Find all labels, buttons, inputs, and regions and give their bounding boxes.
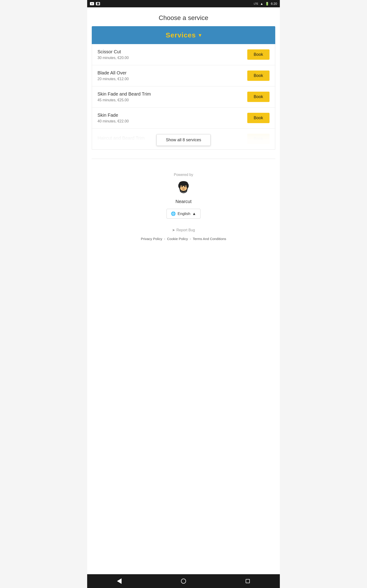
separator-2: -	[190, 237, 191, 241]
service-details: 45 minutes, €25.00	[98, 98, 247, 102]
show-all-button[interactable]: Show all 8 services	[156, 134, 211, 146]
lte-icon: LTE	[254, 2, 258, 5]
service-item-scissor-cut: Scissor Cut 30 minutes, €20.00 Book	[92, 44, 275, 65]
home-button[interactable]	[179, 577, 188, 586]
services-list: Scissor Cut 30 minutes, €20.00 Book Blad…	[92, 44, 275, 149]
signal-icon: ▲	[260, 2, 263, 6]
language-label: English	[177, 212, 190, 216]
language-selector-container[interactable]: 🌐 English ▲	[92, 209, 275, 223]
service-name: Skin Fade	[98, 112, 247, 118]
services-section: Services ▾ Scissor Cut 30 minutes, €20.0…	[92, 26, 275, 149]
footer: Powered by	[87, 168, 280, 252]
show-all-button-container: Show all 8 services	[92, 131, 275, 149]
book-button-skin-fade[interactable]: Book	[247, 113, 269, 123]
privacy-policy-link[interactable]: Privacy Policy	[141, 237, 162, 241]
services-header[interactable]: Services ▾	[92, 26, 275, 44]
battery-icon: 🔋	[265, 2, 269, 6]
footer-powered-by: Powered by	[92, 173, 275, 177]
service-info: Blade All Over 20 minutes, €12.00	[98, 70, 247, 81]
back-icon	[117, 578, 122, 584]
service-info: Skin Fade and Beard Trim 45 minutes, €25…	[98, 91, 247, 102]
book-button-skin-fade-beard-trim[interactable]: Book	[247, 92, 269, 102]
language-selector[interactable]: 🌐 English ▲	[167, 209, 200, 219]
report-bug-label: Report Bug	[176, 228, 195, 232]
cookie-policy-link[interactable]: Cookie Policy	[167, 237, 188, 241]
book-button-scissor-cut[interactable]: Book	[247, 49, 269, 60]
service-name: Blade All Over	[98, 70, 247, 76]
report-bug-button[interactable]: ➤ Report Bug	[92, 228, 275, 232]
service-item-skin-fade: Skin Fade 40 minutes, €22.00 Book	[92, 107, 275, 129]
recent-button[interactable]	[243, 577, 252, 586]
footer-links: Privacy Policy - Cookie Policy - Terms A…	[92, 237, 275, 241]
service-details: 20 minutes, €12.00	[98, 77, 247, 81]
terms-conditions-link[interactable]: Terms And Conditions	[193, 237, 226, 241]
nearcut-logo	[175, 180, 192, 196]
time-display: 6:20	[271, 2, 277, 6]
main-content: Choose a service Services ▾ Scissor Cut …	[87, 7, 280, 588]
notification-icon: A	[90, 2, 94, 5]
service-name: Skin Fade and Beard Trim	[98, 91, 247, 97]
services-header-title: Services	[166, 31, 196, 39]
home-icon	[181, 579, 186, 584]
recent-icon	[246, 579, 250, 583]
globe-icon: 🌐	[171, 211, 176, 216]
service-details: 40 minutes, €22.00	[98, 119, 247, 123]
language-chevron-icon: ▲	[192, 212, 196, 216]
service-details: 30 minutes, €20.00	[98, 56, 247, 60]
svg-point-4	[186, 183, 189, 188]
status-bar-left: A ⬛	[90, 2, 100, 5]
book-button-blade-all-over[interactable]: Book	[247, 70, 269, 81]
service-item-blade-all-over: Blade All Over 20 minutes, €12.00 Book	[92, 65, 275, 86]
service-name: Scissor Cut	[98, 49, 247, 54]
separator-1: -	[164, 237, 165, 241]
chevron-down-icon: ▾	[199, 32, 201, 38]
service-info: Skin Fade 40 minutes, €22.00	[98, 112, 247, 123]
back-button[interactable]	[115, 577, 124, 586]
service-item-skin-fade-beard-trim: Skin Fade and Beard Trim 45 minutes, €25…	[92, 86, 275, 107]
page-title: Choose a service	[87, 7, 280, 26]
svg-point-7	[183, 187, 184, 189]
status-bar: A ⬛ LTE ▲ 🔋 6:20	[87, 0, 280, 7]
report-bug-icon: ➤	[172, 228, 175, 232]
svg-point-6	[184, 186, 186, 187]
service-info: Scissor Cut 30 minutes, €20.00	[98, 49, 247, 60]
section-divider	[92, 159, 275, 159]
footer-brand-name: Nearcut	[92, 199, 275, 204]
show-all-overlay: Haircut and Beard Trim Book Show all 8 s…	[92, 129, 275, 149]
svg-point-5	[181, 186, 183, 187]
status-bar-right: LTE ▲ 🔋 6:20	[254, 2, 277, 6]
bottom-nav	[87, 574, 280, 588]
svg-point-3	[178, 183, 181, 188]
battery-low-icon: ⬛	[96, 2, 100, 5]
